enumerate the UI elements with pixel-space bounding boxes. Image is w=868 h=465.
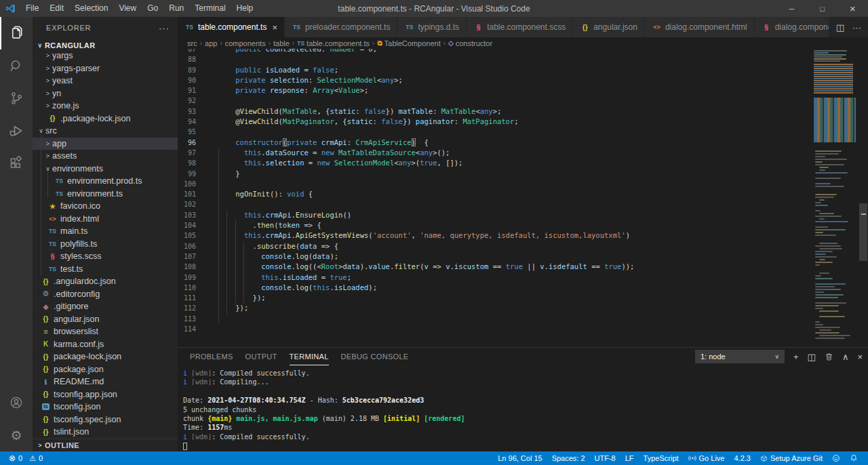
- code-line[interactable]: 90 private selection: SelectionModel<any…: [178, 75, 812, 85]
- code-line[interactable]: 113: [178, 314, 812, 324]
- code-line[interactable]: 101 ngOnInit(): void {: [178, 189, 812, 199]
- tab-angular.json[interactable]: {}angular.json: [573, 17, 645, 37]
- activity-search-icon[interactable]: [0, 49, 33, 82]
- tree-file-.package-lock.json[interactable]: {}.package-lock.json: [33, 113, 178, 125]
- panel-tab-output[interactable]: OUTPUT: [245, 348, 277, 365]
- tree-file-.gitignore[interactable]: ◈.gitignore: [33, 300, 178, 313]
- minimap[interactable]: [812, 49, 859, 347]
- code-line[interactable]: 99 }: [178, 169, 812, 179]
- code-line[interactable]: 102: [178, 199, 812, 209]
- new-terminal-icon[interactable]: +: [793, 352, 799, 362]
- status-language-mode[interactable]: TypeScript: [640, 454, 682, 462]
- menu-terminal[interactable]: Terminal: [189, 0, 231, 17]
- tree-file-index.html[interactable]: <>index.html: [33, 213, 178, 226]
- status-encoding[interactable]: UTF-8: [591, 454, 619, 462]
- code-line[interactable]: 107 console.log(data);: [178, 251, 812, 262]
- status-errors[interactable]: ⊗0: [5, 453, 26, 463]
- tree-file-package.json[interactable]: {}package.json: [33, 363, 178, 376]
- tree-folder-app[interactable]: >app: [33, 138, 178, 150]
- activity-explorer-icon[interactable]: [0, 17, 33, 49]
- code-line[interactable]: 89 public isLoaded = false;: [178, 65, 812, 75]
- panel-tab-terminal[interactable]: TERMINAL: [290, 348, 329, 365]
- menu-help[interactable]: Help: [231, 0, 259, 17]
- menu-file[interactable]: File: [20, 0, 44, 17]
- tree-folder-environments[interactable]: ∨environments: [33, 163, 178, 176]
- code-line[interactable]: 104 .then(token => {: [178, 220, 812, 230]
- tree-file-README.md[interactable]: ℹREADME.md: [33, 376, 178, 388]
- code-line[interactable]: 88: [178, 54, 812, 64]
- code-line[interactable]: 108 console.log((<Root>data).value.filte…: [178, 262, 812, 272]
- more-actions-icon[interactable]: ···: [852, 22, 861, 33]
- status-notifications[interactable]: [846, 454, 861, 462]
- tree-file-test.ts[interactable]: TStest.ts: [33, 263, 178, 276]
- tab-table.component.ts[interactable]: TStable.component.ts×: [178, 17, 285, 37]
- status-go-live[interactable]: Go Live: [685, 454, 728, 462]
- menu-run[interactable]: Run: [163, 0, 189, 17]
- code-line[interactable]: 109 this.isLoaded = true;: [178, 272, 812, 283]
- status-warnings[interactable]: ⚠0: [26, 453, 46, 463]
- tree-file-tsconfig.app.json[interactable]: {}tsconfig.app.json: [33, 388, 178, 401]
- tree-folder-yeast[interactable]: >yeast: [33, 75, 178, 87]
- breadcrumb-item-table[interactable]: table: [273, 39, 290, 47]
- tab-close-icon[interactable]: ×: [272, 22, 277, 33]
- tree-file-polyfills.ts[interactable]: TSpolyfills.ts: [33, 238, 178, 251]
- code-line[interactable]: 111 });: [178, 293, 812, 303]
- activity-account-icon[interactable]: [0, 386, 33, 419]
- code-line[interactable]: 103 this.crmApi.EnsureLogin(): [178, 210, 812, 220]
- tree-file-.editorconfig[interactable]: ⚙.editorconfig: [33, 288, 178, 301]
- kill-terminal-icon[interactable]: [825, 352, 833, 362]
- menu-edit[interactable]: Edit: [44, 0, 69, 17]
- panel-tab-debug-console[interactable]: DEBUG CONSOLE: [341, 348, 409, 365]
- activity-source-control-icon[interactable]: [0, 82, 33, 115]
- code-line[interactable]: 91 private response: Array<Value>;: [178, 85, 812, 96]
- outline-section[interactable]: > OUTLINE: [33, 439, 178, 451]
- breadcrumb-item-table.component.ts[interactable]: TStable.component.ts: [297, 39, 370, 47]
- close-button[interactable]: ×: [837, 0, 868, 17]
- tree-file-karma.conf.js[interactable]: Kkarma.conf.js: [33, 338, 178, 351]
- tree-file-main.ts[interactable]: TSmain.ts: [33, 225, 178, 238]
- code-line[interactable]: 94 @ViewChild(MatPaginator, {static: fal…: [178, 117, 812, 127]
- tree-file-.angulardoc.json[interactable]: {}.angulardoc.json: [33, 275, 178, 288]
- tab-table.component.scss[interactable]: §table.component.scss: [467, 17, 573, 37]
- code-editor[interactable]: 87 public countSelected: number = 0;8889…: [178, 49, 868, 347]
- breadcrumb-item-TableComponent[interactable]: ⧉TableComponent: [377, 39, 440, 47]
- tab-preloader.component.ts[interactable]: TSpreloader.component.ts: [285, 17, 397, 37]
- code-line[interactable]: 112 });: [178, 303, 812, 313]
- code-line[interactable]: 114: [178, 324, 812, 334]
- breadcrumb-item-components[interactable]: components: [225, 39, 266, 47]
- tree-folder-src[interactable]: ∨src: [33, 125, 178, 138]
- sidebar-more-actions-icon[interactable]: ···: [159, 23, 170, 33]
- scrollbar-thumb[interactable]: [859, 203, 867, 261]
- breadcrumb-item-app[interactable]: app: [205, 39, 217, 47]
- code-line[interactable]: 96 constructor(private crmApi: CrmApiSer…: [178, 138, 812, 148]
- tree-file-package-lock.json[interactable]: {}package-lock.json: [33, 350, 178, 363]
- status-feedback[interactable]: [829, 454, 844, 462]
- activity-settings-icon[interactable]: ⚙: [0, 419, 33, 451]
- menu-selection[interactable]: Selection: [69, 0, 113, 17]
- editor-scrollbar[interactable]: [859, 49, 868, 347]
- tree-file-angular.json[interactable]: {}angular.json: [33, 313, 178, 326]
- panel-tab-problems[interactable]: PROBLEMS: [190, 348, 233, 365]
- code-line[interactable]: 87 public countSelected: number = 0;: [178, 49, 812, 54]
- status-angular-version[interactable]: 4.2.3: [730, 454, 753, 462]
- tree-file-environment.ts[interactable]: TSenvironment.ts: [33, 188, 178, 201]
- status-indentation[interactable]: Spaces: 2: [549, 454, 589, 462]
- tree-file-tsconfig.spec.json[interactable]: {}tsconfig.spec.json: [33, 413, 178, 426]
- activity-extensions-icon[interactable]: [0, 147, 33, 180]
- terminal-selector-dropdown[interactable]: 1: node ∨: [695, 350, 785, 363]
- split-editor-icon[interactable]: ◫: [836, 22, 844, 33]
- code-line[interactable]: 92: [178, 96, 812, 106]
- activity-run-debug-icon[interactable]: [0, 115, 33, 147]
- terminal-output[interactable]: i ⌈wdm⌋: Compiled successfully.i ⌈wdm⌋: …: [178, 365, 868, 451]
- minimize-button[interactable]: ─: [776, 0, 807, 17]
- code-line[interactable]: 97 this.dataSource = new MatTableDataSou…: [178, 148, 812, 158]
- tree-folder-yargs[interactable]: >yargs: [33, 49, 178, 62]
- menu-view[interactable]: View: [113, 0, 142, 17]
- tree-folder-yn[interactable]: >yn: [33, 87, 178, 100]
- close-panel-icon[interactable]: ×: [857, 352, 863, 362]
- status-eol[interactable]: LF: [622, 454, 637, 462]
- code-line[interactable]: 98 this.selection = new SelectionModel<a…: [178, 158, 812, 168]
- code-line[interactable]: 110 console.log(this.isLoaded);: [178, 283, 812, 293]
- code-line[interactable]: 100: [178, 179, 812, 189]
- maximize-panel-icon[interactable]: ∧: [842, 352, 849, 362]
